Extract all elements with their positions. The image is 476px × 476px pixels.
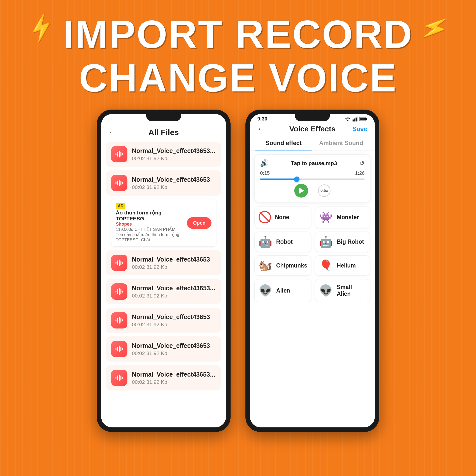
file-meta: 00:02 31.92 Kb — [132, 322, 210, 327]
list-item[interactable]: Normal_Voice_effect43653... 00:02 31.92 … — [106, 365, 221, 390]
svg-rect-33 — [120, 376, 121, 380]
save-button[interactable]: Save — [352, 125, 367, 133]
effect-small-alien[interactable]: 👽 Small Alien — [315, 279, 370, 302]
phones-container: ← All Files — [0, 100, 476, 432]
waveform-icon — [115, 149, 124, 159]
ad-banner: AD Áo thun form rộng TOPTEESG.. Shopee 1… — [111, 199, 216, 247]
svg-rect-8 — [120, 181, 121, 185]
svg-rect-29 — [122, 348, 123, 350]
left-screen-content: ← All Files — [101, 114, 226, 427]
file-meta: 00:02 31.92 Kb — [132, 350, 210, 356]
svg-rect-24 — [122, 319, 123, 321]
svg-rect-11 — [117, 261, 118, 265]
list-item[interactable]: Normal_Voice_effect43653... 00:02 31.92 … — [106, 279, 221, 304]
svg-rect-14 — [122, 262, 123, 264]
player-progress-thumb — [294, 177, 299, 182]
small-alien-icon: 👽 — [319, 285, 333, 296]
effect-name-helium: Helium — [337, 262, 356, 269]
effect-helium[interactable]: 🎈 Helium — [315, 255, 370, 276]
right-back-button[interactable]: ← — [257, 125, 264, 133]
list-item[interactable]: Normal_Voice_effect43653... 00:02 31.92 … — [106, 142, 221, 167]
svg-rect-38 — [356, 118, 357, 121]
svg-rect-0 — [116, 153, 117, 155]
right-phone-title: Voice Effects — [289, 125, 335, 133]
svg-rect-32 — [119, 375, 120, 381]
svg-rect-22 — [119, 317, 120, 324]
file-info: Normal_Voice_effect43653 00:02 31.92 Kb — [132, 256, 210, 270]
left-phone-title: All Files — [149, 128, 179, 137]
svg-rect-21 — [117, 318, 118, 323]
effect-alien[interactable]: 👽 Alien — [254, 279, 311, 302]
ad-desc: 119.000đ CHI TIẾT SẢN PHẨM. Tên sản phẩm… — [116, 227, 184, 242]
phone-notch-right — [295, 114, 330, 121]
effect-none[interactable]: None — [254, 206, 311, 228]
svg-rect-37 — [354, 119, 355, 121]
player-progress-bar[interactable] — [260, 178, 365, 180]
svg-rect-9 — [122, 182, 123, 184]
svg-rect-31 — [117, 376, 118, 380]
left-back-button[interactable]: ← — [109, 129, 116, 137]
refresh-icon[interactable]: ↺ — [359, 159, 365, 167]
signal-icon — [353, 117, 358, 121]
speed-button[interactable]: 0.5x — [318, 184, 330, 197]
svg-rect-5 — [116, 182, 117, 184]
status-icons — [345, 117, 367, 121]
file-meta: 00:02 31.92 Kb — [132, 264, 210, 270]
effect-robot[interactable]: 🤖 Robot — [254, 232, 311, 252]
ad-label: AD — [116, 203, 125, 209]
right-phone-header: ← Voice Effects Save — [250, 122, 375, 136]
list-item[interactable]: Normal_Voice_effect43653 00:02 31.92 Kb — [106, 250, 221, 275]
effect-big-robot[interactable]: 🤖 Big Robot — [315, 232, 370, 252]
svg-rect-16 — [117, 289, 118, 294]
svg-rect-15 — [116, 291, 117, 293]
ad-shop: Shopee — [116, 222, 184, 227]
svg-rect-1 — [117, 152, 118, 157]
player-title: Tap to pause.mp3 — [269, 160, 359, 167]
status-time: 9:30 — [257, 116, 267, 122]
svg-rect-28 — [120, 347, 121, 352]
effect-chipmunks[interactable]: 🐿️ Chipmunks — [254, 255, 311, 276]
left-phone-screen: ← All Files — [101, 114, 226, 427]
file-info: Normal_Voice_effect43653 00:02 31.92 Kb — [132, 313, 210, 327]
ad-open-button[interactable]: Open — [187, 217, 211, 229]
left-phone-header: ← All Files — [101, 123, 226, 142]
effect-name-robot: Robot — [276, 238, 293, 245]
header-section: IMPORT RECORD CHANGE VOICE — [0, 0, 476, 100]
file-name: Normal_Voice_effect43653 — [132, 256, 210, 263]
list-item[interactable]: Normal_Voice_effect43653 00:02 31.92 Kb — [106, 308, 221, 333]
file-meta: 00:02 31.92 Kb — [132, 293, 215, 299]
effect-name-big-robot: Big Robot — [337, 238, 364, 245]
svg-rect-3 — [120, 152, 121, 157]
svg-rect-12 — [119, 260, 120, 266]
effect-monster[interactable]: 👾 Monster — [315, 206, 370, 228]
list-item[interactable]: Normal_Voice_effect43653 00:02 31.92 Kb — [106, 170, 221, 196]
header-line2: CHANGE VOICE — [0, 56, 476, 100]
play-button[interactable] — [294, 184, 308, 198]
helium-icon: 🎈 — [319, 260, 333, 271]
svg-rect-7 — [119, 180, 120, 186]
file-info: Normal_Voice_effect43653... 00:02 31.92 … — [132, 371, 215, 385]
file-info: Normal_Voice_effect43653 00:02 31.92 Kb — [132, 342, 210, 356]
waveform-icon — [115, 287, 124, 296]
waveform-icon — [115, 373, 124, 383]
chipmunks-icon: 🐿️ — [259, 260, 272, 271]
robot-icon: 🤖 — [259, 236, 272, 247]
file-icon — [111, 283, 127, 300]
left-phone: ← All Files — [97, 110, 231, 432]
file-info: Normal_Voice_effect43653 00:02 31.92 Kb — [132, 176, 210, 190]
svg-rect-23 — [120, 318, 121, 323]
file-icon — [111, 370, 127, 386]
effect-name-none: None — [275, 214, 289, 221]
tab-sound-effect[interactable]: Sound effect — [255, 136, 312, 150]
player-total-time: 1:26 — [355, 170, 365, 176]
file-name: Normal_Voice_effect43653... — [132, 371, 215, 378]
svg-point-35 — [347, 120, 349, 121]
file-icon — [111, 146, 127, 162]
svg-rect-39 — [357, 117, 358, 121]
waveform-icon — [115, 316, 124, 325]
wifi-icon — [345, 117, 351, 121]
file-name: Normal_Voice_effect43653... — [132, 147, 215, 154]
battery-icon — [359, 117, 367, 121]
tab-ambient-sound[interactable]: Ambient Sound — [312, 136, 370, 150]
list-item[interactable]: Normal_Voice_effect43653 00:02 31.92 Kb — [106, 336, 221, 362]
